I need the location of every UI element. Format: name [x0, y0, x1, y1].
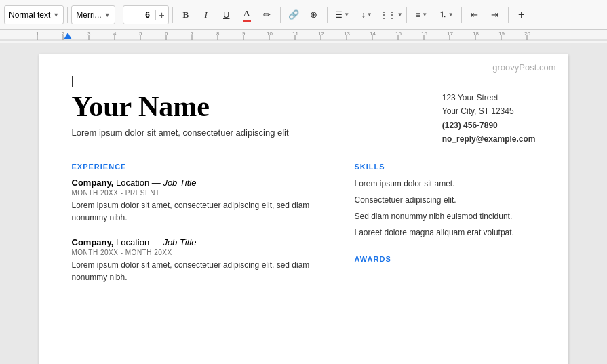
- job-date-2: MONTH 20XX - MONTH 20XX: [72, 249, 328, 256]
- font-size-value: 6: [140, 10, 156, 20]
- svg-text:11: 11: [292, 31, 298, 37]
- bold-button[interactable]: B: [176, 5, 195, 24]
- divider-5: [327, 7, 328, 23]
- company-1: Company,: [72, 178, 114, 188]
- svg-text:1: 1: [36, 31, 39, 37]
- svg-text:6: 6: [165, 31, 168, 37]
- svg-text:10: 10: [267, 31, 273, 37]
- divider-2: [119, 7, 119, 23]
- italic-button[interactable]: I: [197, 5, 216, 24]
- svg-text:14: 14: [370, 31, 376, 37]
- columns-icon: ⋮⋮: [380, 10, 396, 20]
- document-page: groovyPost.com Your Name Lorem ipsum dol…: [39, 54, 568, 364]
- font-size-group: — 6 +: [123, 5, 169, 24]
- divider-8: [508, 7, 509, 23]
- svg-text:17: 17: [447, 31, 453, 37]
- resume-left-column: EXPERIENCE Company, Location — Job Title…: [72, 163, 328, 297]
- document-area[interactable]: groovyPost.com Your Name Lorem ipsum dol…: [0, 43, 607, 364]
- skill-item-3: Sed diam nonummy nibh euismod tincidunt.: [354, 210, 535, 222]
- awards-section: AWARDS: [354, 255, 535, 263]
- numbered-list-button[interactable]: ⒈ ▼: [435, 5, 458, 24]
- job-title-line-2: Company, Location — Job Title: [72, 237, 328, 247]
- style-label: Normal text: [9, 10, 50, 20]
- jobtitle-1: Job Title: [163, 178, 196, 188]
- job-entry-2: Company, Location — Job Title MONTH 20XX…: [72, 237, 328, 283]
- columns-button[interactable]: ⋮⋮ ▼: [380, 5, 403, 24]
- decrease-indent-icon: ⇤: [471, 9, 478, 20]
- bullet-list-button[interactable]: ≡ ▼: [410, 5, 433, 24]
- font-size-increase-button[interactable]: +: [156, 6, 168, 24]
- svg-text:8: 8: [216, 31, 220, 37]
- contact-info: 123 Your Street Your City, ST 12345 (123…: [442, 91, 536, 146]
- clear-formatting-icon: T: [519, 9, 524, 20]
- resume-tagline: Lorem ipsum dolor sit amet, consectetuer…: [72, 127, 289, 138]
- bullet-chevron-icon: ▼: [422, 12, 427, 18]
- font-label: Merri...: [76, 10, 101, 20]
- decrease-indent-button[interactable]: ⇤: [465, 5, 484, 24]
- location-2: Location —: [116, 237, 163, 247]
- font-color-button[interactable]: A: [237, 5, 256, 24]
- ruler-svg: 1 2 3 4 5 6 7 8 9 10 11 12 13 1: [0, 30, 607, 43]
- link-button[interactable]: 🔗: [284, 5, 303, 24]
- job-entry-1: Company, Location — Job Title MONTH 20XX…: [72, 178, 328, 224]
- jobtitle-2: Job Title: [163, 237, 196, 247]
- resume-right-column: SKILLS Lorem ipsum dolor sit amet. Conse…: [354, 163, 535, 297]
- toolbar: Normal text ▼ Merri... ▼ — 6 + B I U A ✏…: [0, 0, 607, 30]
- svg-text:7: 7: [191, 31, 194, 37]
- numbered-list-icon: ⒈: [439, 9, 447, 20]
- style-chevron-icon: ▼: [53, 12, 59, 18]
- increase-indent-icon: ⇥: [491, 9, 498, 20]
- svg-text:19: 19: [498, 31, 505, 37]
- insert-image-icon: ⊕: [310, 9, 317, 20]
- svg-rect-0: [0, 30, 607, 43]
- align-icon: ☰: [335, 10, 342, 20]
- job-desc-2: Lorem ipsum dolor sit amet, consectetuer…: [72, 259, 328, 283]
- svg-text:4: 4: [113, 31, 117, 37]
- location-1: Location —: [116, 178, 163, 188]
- align-chevron-icon: ▼: [344, 12, 349, 18]
- svg-text:2: 2: [62, 31, 65, 37]
- font-dropdown[interactable]: Merri... ▼: [71, 5, 115, 24]
- highlight-button[interactable]: ✏: [258, 5, 277, 24]
- svg-text:3: 3: [87, 31, 91, 37]
- divider-6: [406, 7, 407, 23]
- underline-button[interactable]: U: [217, 5, 236, 24]
- ruler: 1 2 3 4 5 6 7 8 9 10 11 12 13 1: [0, 30, 607, 43]
- divider-7: [461, 7, 462, 23]
- insert-image-button[interactable]: ⊕: [305, 5, 324, 24]
- svg-text:18: 18: [473, 31, 479, 37]
- cursor-area: [72, 76, 536, 88]
- svg-text:5: 5: [139, 31, 142, 37]
- bullet-list-icon: ≡: [416, 10, 420, 20]
- line-spacing-button[interactable]: ↕ ▼: [355, 5, 378, 24]
- svg-text:13: 13: [344, 31, 350, 37]
- columns-chevron-icon: ▼: [397, 12, 403, 18]
- contact-street: 123 Your Street: [442, 91, 536, 104]
- job-title-line-1: Company, Location — Job Title: [72, 178, 328, 188]
- clear-formatting-button[interactable]: T: [512, 5, 531, 24]
- svg-text:20: 20: [524, 31, 530, 37]
- resume-name-section: Your Name Lorem ipsum dolor sit amet, co…: [72, 91, 289, 138]
- company-2: Company,: [72, 237, 114, 247]
- align-button[interactable]: ☰ ▼: [331, 5, 354, 24]
- numbered-chevron-icon: ▼: [448, 12, 454, 18]
- contact-phone: (123) 456-7890: [442, 119, 536, 132]
- style-dropdown[interactable]: Normal text ▼: [4, 5, 64, 24]
- svg-text:16: 16: [421, 31, 427, 37]
- divider-1: [67, 7, 68, 23]
- increase-indent-button[interactable]: ⇥: [486, 5, 505, 24]
- skill-item-4: Laoreet dolore magna aliquam erat volutp…: [354, 226, 535, 239]
- line-spacing-icon: ↕: [361, 10, 366, 20]
- font-chevron-icon: ▼: [104, 12, 111, 18]
- skills-section-title: SKILLS: [354, 163, 535, 171]
- skill-item-2: Consectetuer adipiscing elit.: [354, 194, 535, 206]
- skill-item-1: Lorem ipsum dolor sit amet.: [354, 178, 535, 190]
- resume-header: Your Name Lorem ipsum dolor sit amet, co…: [72, 91, 536, 146]
- contact-email: no_reply@example.com: [442, 132, 536, 146]
- text-cursor: [72, 76, 73, 87]
- watermark: groovyPost.com: [492, 62, 555, 73]
- link-icon: 🔗: [288, 9, 299, 20]
- font-size-decrease-button[interactable]: —: [123, 6, 140, 24]
- job-date-1: MONTH 20XX - PRESENT: [72, 189, 328, 197]
- resume-body: EXPERIENCE Company, Location — Job Title…: [72, 163, 536, 297]
